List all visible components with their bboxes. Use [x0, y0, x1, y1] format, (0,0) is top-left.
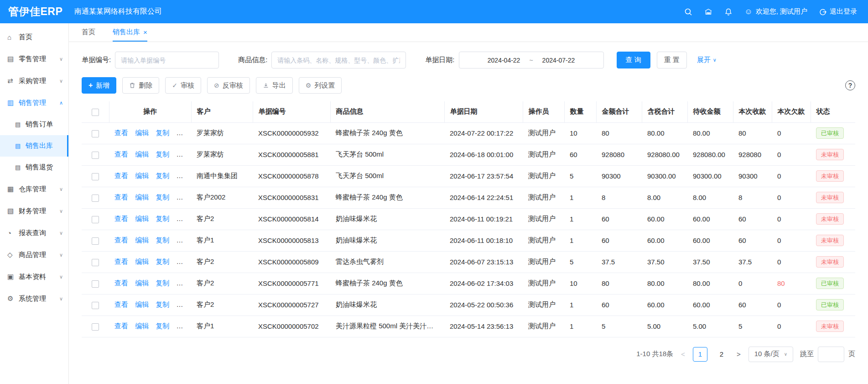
add-button[interactable]: + 新增 — [82, 77, 116, 94]
welcome-user[interactable]: ☺ 欢迎您, 测试用户 — [744, 7, 807, 16]
copy-link[interactable]: 复制 — [156, 172, 169, 179]
row-checkbox[interactable] — [92, 237, 99, 245]
order-no-input[interactable] — [115, 52, 219, 68]
sidebar-subitem[interactable]: ▤ 销售退货 — [0, 157, 68, 178]
sidebar-item[interactable]: ▧ 财务管理 ∨ — [0, 200, 68, 222]
row-checkbox[interactable] — [92, 152, 99, 159]
status-badge: 未审核 — [816, 256, 844, 268]
tab-sales-outbound[interactable]: 销售出库 × — [113, 23, 147, 42]
row-checkbox[interactable] — [92, 216, 99, 223]
copy-link[interactable]: 复制 — [156, 300, 169, 308]
select-all-checkbox[interactable] — [92, 109, 99, 116]
page-button-1[interactable]: 1 — [693, 347, 707, 362]
view-link[interactable]: 查看 — [114, 300, 128, 308]
copy-link[interactable]: 复制 — [156, 236, 169, 244]
copy-link[interactable]: 复制 — [156, 279, 169, 287]
expand-link[interactable]: 展开 ∨ — [697, 56, 717, 64]
view-link[interactable]: 查看 — [114, 258, 128, 265]
row-checkbox[interactable] — [92, 323, 99, 331]
delete-link[interactable]: 删除 — [177, 279, 190, 287]
copy-link[interactable]: 复制 — [156, 129, 169, 137]
page-button-2[interactable]: 2 — [714, 347, 729, 362]
sidebar-item[interactable]: ▣ 基本资料 ∨ — [0, 266, 68, 288]
edit-link[interactable]: 编辑 — [135, 215, 149, 222]
view-link[interactable]: 查看 — [114, 279, 128, 287]
row-checkbox[interactable] — [92, 130, 99, 137]
date-range-picker[interactable]: 2024-04-22 ~ 2024-07-22 — [459, 52, 604, 68]
tab-close-icon[interactable]: × — [143, 28, 147, 36]
row-checkbox[interactable] — [92, 195, 99, 202]
view-link[interactable]: 查看 — [114, 215, 128, 222]
logout-button[interactable]: 退出登录 — [819, 7, 857, 16]
search-button[interactable]: 查 询 — [617, 52, 650, 68]
delete-link[interactable]: 删除 — [177, 258, 190, 265]
delete-link[interactable]: 删除 — [177, 300, 190, 308]
view-link[interactable]: 查看 — [114, 150, 128, 158]
copy-link[interactable]: 复制 — [156, 258, 169, 265]
delete-link[interactable]: 删除 — [177, 215, 190, 222]
bell-icon[interactable] — [724, 8, 733, 16]
prev-page-icon[interactable]: < — [680, 350, 686, 358]
sidebar-item[interactable]: ▤ 零售管理 ∨ — [0, 48, 68, 70]
delete-link[interactable]: 删除 — [177, 129, 190, 137]
copy-link[interactable]: 复制 — [156, 322, 169, 330]
row-checkbox[interactable] — [92, 259, 99, 266]
row-checkbox[interactable] — [92, 173, 99, 180]
delete-link[interactable]: 删除 — [177, 236, 190, 244]
help-icon[interactable]: ? — [845, 80, 855, 90]
row-select-cell — [82, 273, 109, 294]
table-row: 查看 编辑 复制 删除 客户2 XSCK00000005814 奶油味爆米花 2… — [82, 208, 855, 230]
copy-link[interactable]: 复制 — [156, 150, 169, 158]
cell-debt: 0 — [772, 230, 811, 251]
edit-link[interactable]: 编辑 — [135, 300, 149, 308]
edit-link[interactable]: 编辑 — [135, 172, 149, 179]
edit-link[interactable]: 编辑 — [135, 150, 149, 158]
view-link[interactable]: 查看 — [114, 322, 128, 330]
sidebar-item[interactable]: ▦ 仓库管理 ∨ — [0, 178, 68, 200]
sidebar-item[interactable]: ⌂ 首页 — [0, 26, 68, 48]
cell-amount: 60 — [596, 230, 642, 251]
delete-link[interactable]: 删除 — [177, 193, 190, 201]
edit-link[interactable]: 编辑 — [135, 193, 149, 201]
row-checkbox[interactable] — [92, 302, 99, 309]
edit-link[interactable]: 编辑 — [135, 129, 149, 137]
next-page-icon[interactable]: > — [736, 350, 742, 358]
delete-link[interactable]: 删除 — [177, 322, 190, 330]
edit-link[interactable]: 编辑 — [135, 236, 149, 244]
view-link[interactable]: 查看 — [114, 193, 128, 201]
sidebar-item[interactable]: ▥ 销售管理 ∧ — [0, 92, 68, 114]
sidebar-subitem[interactable]: ▤ 销售订单 — [0, 114, 68, 135]
sidebar-item[interactable]: ◔ 报表查询 ∨ — [0, 222, 68, 244]
audit-button[interactable]: ✓ 审核 — [165, 77, 201, 94]
copy-link[interactable]: 复制 — [156, 193, 169, 201]
view-link[interactable]: 查看 — [114, 129, 128, 137]
export-button-label: 导出 — [272, 81, 286, 90]
edit-link[interactable]: 编辑 — [135, 279, 149, 287]
search-icon[interactable] — [684, 8, 692, 16]
edit-link[interactable]: 编辑 — [135, 258, 149, 265]
unaudit-button[interactable]: ⊘ 反审核 — [207, 77, 250, 94]
column-settings-button[interactable]: ⚙ 列设置 — [299, 77, 342, 94]
cell-qty: 10 — [564, 122, 596, 144]
view-link[interactable]: 查看 — [114, 236, 128, 244]
row-checkbox[interactable] — [92, 280, 99, 288]
sidebar-item[interactable]: ⚙ 系统管理 ∨ — [0, 288, 68, 310]
delete-link[interactable]: 删除 — [177, 150, 190, 158]
sidebar-item[interactable]: ⇄ 采购管理 ∨ — [0, 70, 68, 92]
copy-link[interactable]: 复制 — [156, 215, 169, 222]
jump-page-input[interactable] — [818, 347, 844, 362]
cell-order-no: XSCK00000005831 — [253, 187, 330, 208]
sidebar-subitem[interactable]: ▤ 销售出库 — [0, 135, 68, 157]
delete-link[interactable]: 删除 — [177, 172, 190, 179]
cell-order-no: XSCK00000005771 — [253, 273, 330, 294]
product-info-input[interactable] — [271, 52, 406, 68]
page-size-select[interactable]: 10 条/页 ∨ — [748, 347, 793, 362]
edit-link[interactable]: 编辑 — [135, 322, 149, 330]
reset-button[interactable]: 重 置 — [657, 52, 687, 68]
tab-home[interactable]: 首页 — [82, 23, 95, 42]
delete-button[interactable]: 删除 — [122, 77, 159, 94]
sidebar-item[interactable]: ◇ 商品管理 ∨ — [0, 244, 68, 266]
view-link[interactable]: 查看 — [114, 172, 128, 179]
export-button[interactable]: 导出 — [256, 77, 293, 94]
home-bank-icon[interactable] — [704, 8, 712, 16]
